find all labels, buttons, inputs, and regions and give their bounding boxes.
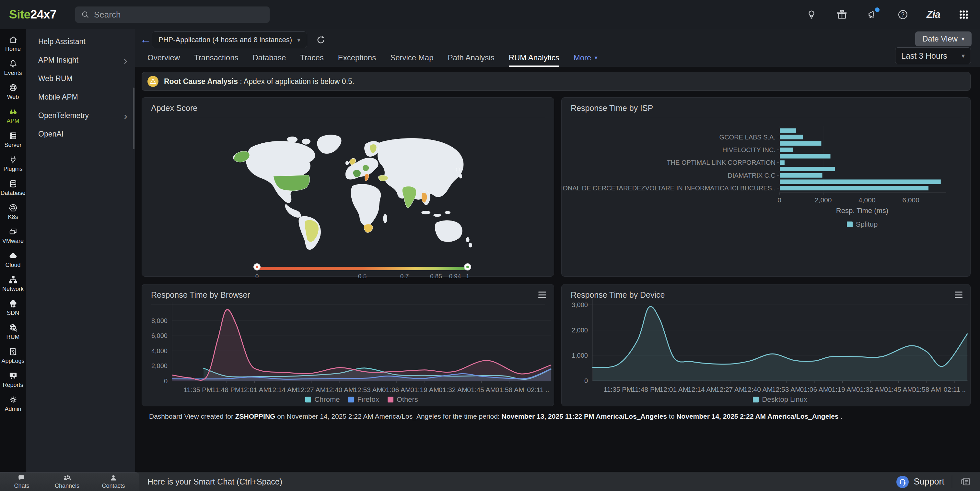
zia-logo[interactable]: Zia bbox=[923, 4, 944, 25]
svg-text:01:45 AM: 01:45 AM bbox=[467, 386, 496, 394]
network-icon bbox=[8, 275, 18, 284]
legend-item-chrome[interactable]: Chrome bbox=[305, 395, 340, 404]
sidebar-item-server[interactable]: Server bbox=[0, 128, 26, 152]
channels-button[interactable]: Channels bbox=[49, 474, 85, 489]
svg-text:11:35 PM: 11:35 PM bbox=[604, 386, 632, 393]
chats-button[interactable]: Chats bbox=[4, 474, 40, 489]
sidebar-item-admin[interactable]: Admin bbox=[0, 392, 26, 416]
legend-item-others[interactable]: Others bbox=[388, 395, 418, 404]
svg-text:01:45 AM: 01:45 AM bbox=[884, 386, 913, 393]
legend-swatch bbox=[847, 222, 853, 227]
sidebar-item-apm[interactable]: APM bbox=[0, 104, 26, 128]
svg-text:HIVELOCITY INC.: HIVELOCITY INC. bbox=[722, 146, 775, 153]
response-time-by-browser-panel: Response Time by Browser 2,0004,0006,000… bbox=[142, 284, 554, 407]
sidebar-item-plugins[interactable]: Plugins bbox=[0, 152, 26, 176]
svg-text:2,000: 2,000 bbox=[151, 362, 167, 369]
rum-globe-magnifier-icon bbox=[8, 323, 18, 332]
feedback-copy-icon[interactable] bbox=[959, 475, 972, 489]
panel-title: Apdex Score bbox=[151, 104, 197, 113]
chevron-down-icon: ▾ bbox=[961, 52, 965, 60]
subnav-item-help-assistant[interactable]: Help Assistant bbox=[26, 32, 135, 51]
tab-database[interactable]: Database bbox=[253, 49, 286, 67]
application-selector[interactable]: PHP-Application (4 hosts and 8 instances… bbox=[152, 32, 307, 48]
legend-swatch bbox=[388, 397, 393, 402]
server-icon bbox=[8, 131, 18, 140]
gift-icon[interactable] bbox=[832, 4, 852, 25]
bottom-bar: Chats Channels Contacts Here is your Sma… bbox=[0, 472, 980, 491]
subnav-scrollbar[interactable] bbox=[133, 88, 135, 149]
svg-text:6,000: 6,000 bbox=[151, 332, 167, 339]
browser-legend: Chrome Firefox Others bbox=[172, 395, 551, 404]
tab-exceptions[interactable]: Exceptions bbox=[338, 49, 376, 67]
bulb-icon[interactable] bbox=[801, 4, 822, 25]
apps-grid-icon[interactable] bbox=[953, 4, 974, 25]
database-icon bbox=[8, 179, 18, 188]
legend-item-firefox[interactable]: Firefox bbox=[348, 395, 379, 404]
svg-text:GCORE LABS S.A.: GCORE LABS S.A. bbox=[719, 134, 775, 141]
search-input[interactable] bbox=[94, 10, 256, 20]
support-button[interactable]: Support bbox=[896, 472, 944, 491]
sidebar-item-applogs[interactable]: AppLogs bbox=[0, 344, 26, 368]
sidebar-item-network[interactable]: Network bbox=[0, 272, 26, 296]
svg-text:0: 0 bbox=[778, 196, 781, 204]
contacts-button[interactable]: Contacts bbox=[95, 474, 131, 489]
refresh-button[interactable] bbox=[313, 32, 328, 47]
vmware-icon bbox=[8, 227, 18, 236]
sidebar-item-k8s[interactable]: K8s bbox=[0, 200, 26, 224]
sidebar-item-reports[interactable]: Reports bbox=[0, 368, 26, 392]
sidebar-item-events[interactable]: Events bbox=[0, 56, 26, 80]
site24x7-logo[interactable]: Site24x7 bbox=[9, 8, 56, 21]
chevron-down-icon: ▾ bbox=[961, 35, 964, 43]
slider-handle-min[interactable] bbox=[253, 263, 261, 271]
support-headset-icon bbox=[896, 475, 909, 488]
world-map[interactable] bbox=[207, 123, 492, 253]
tab-service-map[interactable]: Service Map bbox=[390, 49, 433, 67]
subnav-item-openai[interactable]: OpenAI bbox=[26, 125, 135, 143]
tab-overview[interactable]: Overview bbox=[148, 49, 180, 67]
date-view-button[interactable]: Date View ▾ bbox=[915, 32, 972, 46]
chevron-right-icon: › bbox=[124, 57, 127, 64]
subnav-item-mobile-apm[interactable]: Mobile APM bbox=[26, 88, 135, 106]
svg-text:2,000: 2,000 bbox=[815, 196, 832, 204]
browser-line-chart[interactable]: 2,0004,0006,0008,000011:35 PM11:48 PM12:… bbox=[142, 284, 555, 407]
subnav-item-apm-insight[interactable]: APM Insight› bbox=[26, 51, 135, 69]
svg-text:12:53 AM: 12:53 AM bbox=[353, 386, 382, 394]
divider bbox=[151, 118, 545, 118]
svg-text:01:06 AM: 01:06 AM bbox=[800, 386, 829, 393]
back-button[interactable]: ← bbox=[140, 32, 152, 46]
slider-handle-max[interactable] bbox=[464, 263, 471, 271]
sidebar-item-cloud[interactable]: Cloud bbox=[0, 248, 26, 272]
subnav-item-web-rum[interactable]: Web RUM bbox=[26, 69, 135, 88]
sidebar-item-vmware[interactable]: VMware bbox=[0, 224, 26, 248]
svg-text:12:01 AM: 12:01 AM bbox=[660, 386, 689, 393]
divider bbox=[952, 475, 952, 488]
sidebar-item-rum[interactable]: RUM bbox=[0, 320, 26, 344]
megaphone-icon[interactable] bbox=[862, 4, 883, 25]
apdex-slider-track[interactable] bbox=[257, 267, 468, 270]
sidebar-item-home[interactable]: Home bbox=[0, 32, 26, 56]
legend-item-desktop-linux[interactable]: Desktop Linux bbox=[753, 395, 807, 404]
tab-rum-analytics[interactable]: RUM Analytics bbox=[509, 49, 559, 67]
svg-text:01:32 AM: 01:32 AM bbox=[856, 386, 885, 393]
global-search[interactable] bbox=[75, 6, 270, 23]
root-cause-alert[interactable]: Root Cause Analysis : Apdex of applicati… bbox=[142, 72, 970, 91]
svg-text:THE OPTIMAL LINK CORPORATION: THE OPTIMAL LINK CORPORATION bbox=[667, 159, 775, 166]
sidebar-item-database[interactable]: Database bbox=[0, 176, 26, 200]
sidebar-item-web[interactable]: Web bbox=[0, 80, 26, 104]
sidebar-item-sdn[interactable]: SDN bbox=[0, 296, 26, 320]
help-icon[interactable]: ? bbox=[892, 4, 913, 25]
device-line-chart[interactable]: 1,0002,0003,000011:35 PM11:48 PM12:01 AM… bbox=[562, 284, 971, 407]
tab-more[interactable]: More▾ bbox=[574, 49, 598, 67]
svg-text:6,000: 6,000 bbox=[902, 196, 920, 204]
tab-traces[interactable]: Traces bbox=[300, 49, 323, 67]
svg-text:01:06 AM: 01:06 AM bbox=[382, 386, 411, 394]
time-range-selector[interactable]: Last 3 Hours ▾ bbox=[895, 47, 971, 64]
binoculars-icon bbox=[8, 107, 18, 116]
tab-transactions[interactable]: Transactions bbox=[194, 49, 239, 67]
smart-chat-prompt[interactable]: Here is your Smart Chat (Ctrl+Space) bbox=[148, 472, 282, 491]
response-time-by-isp-panel: Response Time by ISP 02,0004,0006,000GCO… bbox=[561, 97, 970, 277]
legend-item-splitup[interactable]: Splitup bbox=[847, 220, 878, 229]
isp-bar-chart[interactable]: 02,0004,0006,000GCORE LABS S.A.HIVELOCIT… bbox=[562, 97, 971, 277]
subnav-item-opentelemetry[interactable]: OpenTelemetry› bbox=[26, 106, 135, 125]
tab-path-analysis[interactable]: Path Analysis bbox=[448, 49, 495, 67]
